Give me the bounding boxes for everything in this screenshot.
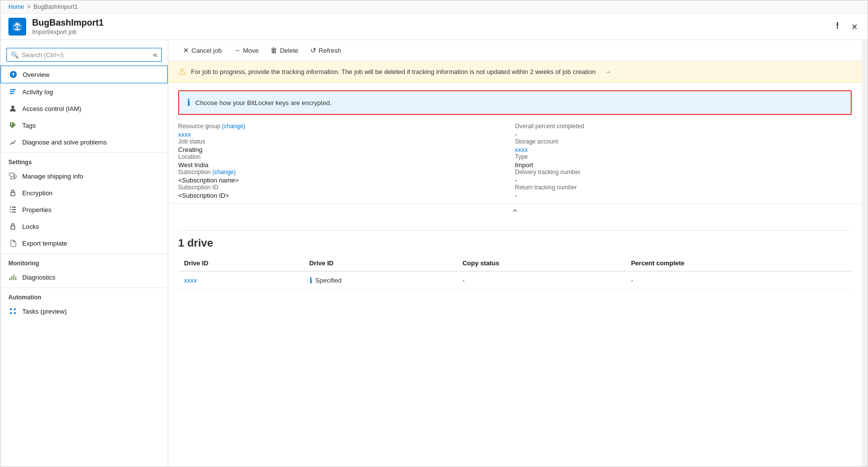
cancel-job-label: Cancel job: [191, 47, 222, 54]
details-grid: Resource group (change) xxxx Overall per…: [178, 123, 852, 199]
sidebar-item-label-diagnose: Diagnose and solve problems: [22, 139, 107, 146]
collapse-sidebar-button[interactable]: «: [153, 50, 157, 59]
drives-title: 1 drive: [178, 237, 852, 250]
search-box[interactable]: 🔍 «: [6, 48, 162, 62]
svg-point-23: [14, 312, 16, 314]
subscription-change[interactable]: (change): [212, 169, 235, 176]
diagnose-icon: [8, 138, 17, 146]
svg-rect-18: [13, 275, 14, 280]
automation-section-header: Automation: [0, 287, 168, 303]
drives-section: 1 drive Drive ID Drive ID Copy status Pe…: [178, 230, 852, 289]
warning-icon: ⚠: [178, 66, 186, 77]
delete-icon: 🗑: [270, 46, 277, 54]
search-icon: 🔍: [11, 51, 19, 59]
sidebar-item-label-shipping: Manage shipping info: [22, 173, 83, 180]
return-tracking-value: -: [515, 192, 852, 199]
pin-button[interactable]: [831, 20, 843, 34]
delete-button[interactable]: 🗑 Delete: [265, 44, 303, 57]
storage-account-label: Storage account: [515, 138, 852, 145]
svg-rect-16: [9, 278, 10, 280]
drive-id-link[interactable]: xxxx: [184, 277, 197, 284]
job-status-value: Creating: [178, 146, 515, 153]
sidebar-item-label-tags: Tags: [22, 122, 36, 129]
encryption-info-box: ℹ Choose how your BitLocker keys are enc…: [178, 90, 852, 115]
job-status-label: Job status: [178, 138, 515, 145]
delivery-tracking-value: -: [515, 177, 852, 184]
diagnostics-icon: [8, 273, 17, 282]
toolbar: ✕ Cancel job → Move 🗑 Delete ↺ Refresh: [168, 40, 862, 61]
return-tracking-label: Return tracking number: [515, 184, 852, 191]
overall-percent-value: -: [515, 131, 852, 138]
sidebar-item-label-properties: Properties: [22, 206, 51, 214]
tasks-icon: [8, 307, 17, 316]
copy-status-value: -: [456, 271, 625, 289]
cancel-job-button[interactable]: ✕ Cancel job: [178, 44, 226, 57]
sidebar-item-tags[interactable]: Tags: [0, 117, 168, 134]
drives-col-copy-status: Copy status: [456, 255, 625, 271]
move-icon: →: [233, 46, 240, 54]
sidebar-item-overview[interactable]: Overview: [0, 66, 168, 83]
drives-count: 1: [178, 237, 184, 249]
detail-resource-group: Resource group (change) xxxx: [178, 123, 515, 138]
sidebar-item-access-control[interactable]: Access control (IAM): [0, 100, 168, 117]
resource-group-value[interactable]: xxxx: [178, 131, 191, 138]
sidebar-item-tasks[interactable]: Tasks (preview): [0, 303, 168, 320]
close-button[interactable]: ✕: [849, 20, 860, 34]
svg-rect-15: [11, 226, 15, 229]
sidebar-item-label-activity-log: Activity log: [22, 88, 53, 96]
svg-rect-3: [10, 91, 15, 92]
move-button[interactable]: → Move: [228, 44, 264, 57]
detail-delivery-tracking: Delivery tracking number -: [515, 169, 852, 184]
sidebar-item-properties[interactable]: Properties: [0, 201, 168, 218]
type-value: Import: [515, 161, 852, 169]
detail-return-tracking: Return tracking number -: [515, 184, 852, 199]
sidebar-item-shipping[interactable]: Manage shipping info: [0, 168, 168, 184]
sidebar-item-diagnostics[interactable]: Diagnostics: [0, 269, 168, 286]
subscription-id-label: Subscription ID: [178, 184, 515, 191]
refresh-button[interactable]: ↺ Refresh: [305, 44, 346, 57]
resource-group-label: Resource group: [178, 123, 220, 130]
collapse-details-button[interactable]: ⌃: [511, 208, 519, 218]
drives-col-drive-id-1: Drive ID: [178, 255, 303, 271]
resource-group-change[interactable]: (change): [222, 123, 245, 130]
specified-label: Specified: [315, 277, 341, 284]
type-label: Type: [515, 153, 852, 160]
page-title: BugBashImport1: [32, 18, 104, 28]
breadcrumb-home[interactable]: Home: [8, 3, 24, 10]
svg-rect-12: [12, 209, 16, 210]
delete-label: Delete: [280, 47, 299, 54]
drives-col-drive-id-2: Drive ID: [303, 255, 456, 271]
detail-location: Location West India: [178, 153, 515, 169]
app-icon: [8, 18, 26, 36]
sidebar-item-label-encryption: Encryption: [22, 189, 52, 197]
svg-rect-2: [10, 89, 16, 90]
activity-log-icon: [8, 87, 17, 96]
warning-text: For job to progress, provide the trackin…: [191, 68, 596, 75]
warning-banner: ⚠ For job to progress, provide the track…: [168, 61, 862, 82]
search-input[interactable]: [22, 51, 151, 59]
detail-storage-account: Storage account xxxx: [515, 138, 852, 153]
sidebar-item-activity-log[interactable]: Activity log: [0, 83, 168, 100]
scrollbar[interactable]: [862, 40, 868, 467]
svg-rect-14: [12, 212, 16, 213]
svg-point-21: [14, 308, 16, 310]
shipping-icon: [8, 172, 17, 180]
sidebar-item-export-template[interactable]: Export template: [0, 235, 168, 251]
titlebar: BugBashImport1 Import/export job ✕: [0, 14, 868, 40]
subscription-label: Subscription: [178, 169, 211, 176]
sidebar-item-encryption[interactable]: Encryption: [0, 184, 168, 201]
move-label: Move: [243, 47, 259, 54]
encryption-icon: [8, 188, 17, 197]
svg-point-7: [14, 178, 15, 180]
access-control-icon: [8, 104, 17, 113]
refresh-label: Refresh: [319, 47, 341, 54]
sidebar-item-label-tasks: Tasks (preview): [22, 308, 67, 315]
svg-rect-13: [10, 212, 11, 213]
info-text: Choose how your BitLocker keys are encry…: [195, 99, 332, 107]
storage-account-value[interactable]: xxxx: [515, 146, 528, 153]
locks-icon: [8, 222, 17, 231]
subscription-value: <Subscription name>: [178, 177, 515, 184]
sidebar-item-locks[interactable]: Locks: [0, 218, 168, 235]
sidebar: 🔍 « Overview Activity log: [0, 40, 168, 467]
sidebar-item-diagnose[interactable]: Diagnose and solve problems: [0, 134, 168, 150]
